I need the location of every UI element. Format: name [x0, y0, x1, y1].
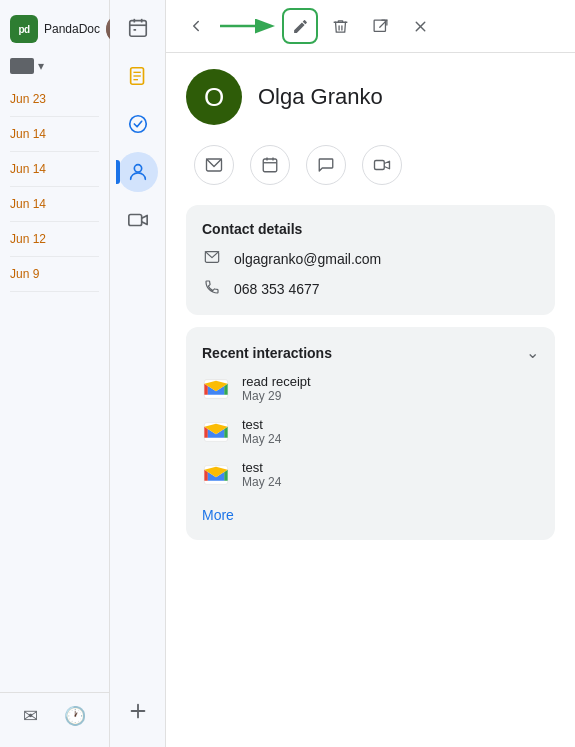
recent-interactions-card: Recent interactions ⌄ [186, 327, 555, 540]
interaction-date: May 24 [242, 432, 281, 446]
more-link[interactable]: More [202, 507, 234, 523]
meet-icon [127, 209, 149, 231]
contact-header: O Olga Granko [186, 69, 555, 125]
action-buttons-row [186, 145, 555, 185]
email-detail-icon [202, 249, 222, 269]
svg-rect-24 [375, 161, 385, 170]
chat-action-button[interactable] [306, 145, 346, 185]
back-arrow-icon [187, 17, 205, 35]
interaction-subject: read receipt [242, 374, 311, 389]
svg-rect-11 [128, 215, 141, 226]
add-icon [127, 700, 149, 722]
interaction-date: May 24 [242, 475, 281, 489]
sidebar-bottom: ✉ 🕐 [0, 692, 109, 739]
svg-point-10 [134, 165, 141, 172]
calendar-action-button[interactable] [250, 145, 290, 185]
open-external-button[interactable] [362, 8, 398, 44]
app-header: pd PandaDoc [0, 8, 109, 54]
interaction-info: test May 24 [242, 417, 281, 446]
toolbar [166, 0, 575, 53]
dropdown-arrow-icon[interactable]: ▾ [38, 59, 44, 73]
calendar-action-icon [261, 156, 279, 174]
phone-detail-icon [202, 279, 222, 299]
svg-rect-4 [133, 29, 136, 31]
annotation-arrow [218, 11, 278, 41]
contact-content: O Olga Granko [166, 53, 575, 747]
interaction-item[interactable]: read receipt May 29 [202, 374, 539, 403]
collapse-button[interactable] [10, 58, 34, 74]
date-item[interactable]: Jun 14 [10, 187, 99, 222]
close-button[interactable] [402, 8, 438, 44]
chevron-down-icon[interactable]: ⌄ [526, 343, 539, 362]
sidebar-item-meet[interactable] [118, 200, 158, 240]
interaction-info: read receipt May 29 [242, 374, 311, 403]
left-sidebar: pd PandaDoc ▾ Jun 23 Jun 14 Jun 14 Jun 1… [0, 0, 110, 747]
delete-icon [332, 18, 349, 35]
date-item[interactable]: Jun 12 [10, 222, 99, 257]
icon-sidebar-bottom [118, 691, 158, 739]
email-icon[interactable]: ✉ [23, 705, 38, 727]
close-icon [412, 18, 429, 35]
contact-details-title: Contact details [202, 221, 539, 237]
date-list: Jun 23 Jun 14 Jun 14 Jun 14 Jun 12 Jun 9 [0, 82, 109, 692]
email-action-button[interactable] [194, 145, 234, 185]
app-name: PandaDoc [44, 22, 100, 36]
date-item[interactable]: Jun 14 [10, 152, 99, 187]
calendar-icon [127, 17, 149, 39]
contact-details-card: Contact details olgagranko@gmail.com 068… [186, 205, 555, 315]
video-action-button[interactable] [362, 145, 402, 185]
tasks-icon [127, 113, 149, 135]
back-nav [178, 8, 278, 44]
email-detail-row: olgagranko@gmail.com [202, 249, 539, 269]
email-value: olgagranko@gmail.com [234, 251, 381, 267]
svg-rect-15 [374, 20, 385, 31]
sidebar-item-notes[interactable] [118, 56, 158, 96]
date-item[interactable]: Jun 23 [10, 82, 99, 117]
interaction-item[interactable]: test May 24 [202, 460, 539, 489]
sidebar-nav: ▾ [0, 54, 109, 78]
contact-avatar: O [186, 69, 242, 125]
chat-action-icon [317, 156, 335, 174]
interaction-item[interactable]: test May 24 [202, 417, 539, 446]
svg-rect-0 [129, 21, 146, 37]
gmail-icon [202, 375, 230, 403]
notes-icon [127, 65, 149, 87]
add-button[interactable] [118, 691, 158, 731]
edit-icon [292, 18, 309, 35]
gmail-icon [202, 418, 230, 446]
date-item[interactable]: Jun 14 [10, 117, 99, 152]
interactions-title: Recent interactions [202, 345, 332, 361]
svg-point-9 [129, 116, 146, 133]
video-action-icon [373, 156, 391, 174]
interaction-subject: test [242, 417, 281, 432]
edit-button[interactable] [282, 8, 318, 44]
open-external-icon [372, 18, 389, 35]
contacts-icon [127, 161, 149, 183]
sidebar-item-tasks[interactable] [118, 104, 158, 144]
sidebar-item-calendar[interactable] [118, 8, 158, 48]
interactions-header: Recent interactions ⌄ [202, 343, 539, 362]
delete-button[interactable] [322, 8, 358, 44]
contact-name: Olga Granko [258, 84, 383, 110]
main-panel: O Olga Granko [166, 0, 575, 747]
phone-value: 068 353 4677 [234, 281, 320, 297]
interaction-info: test May 24 [242, 460, 281, 489]
sidebar-item-contacts[interactable] [118, 152, 158, 192]
gmail-icon [202, 461, 230, 489]
panda-logo: pd [10, 15, 38, 43]
active-indicator [116, 160, 120, 184]
interaction-subject: test [242, 460, 281, 475]
icon-sidebar [110, 0, 166, 747]
interaction-date: May 29 [242, 389, 311, 403]
phone-detail-row: 068 353 4677 [202, 279, 539, 299]
back-button[interactable] [178, 8, 214, 44]
svg-rect-20 [263, 159, 277, 172]
clock-icon[interactable]: 🕐 [64, 705, 86, 727]
email-action-icon [205, 156, 223, 174]
date-item[interactable]: Jun 9 [10, 257, 99, 292]
